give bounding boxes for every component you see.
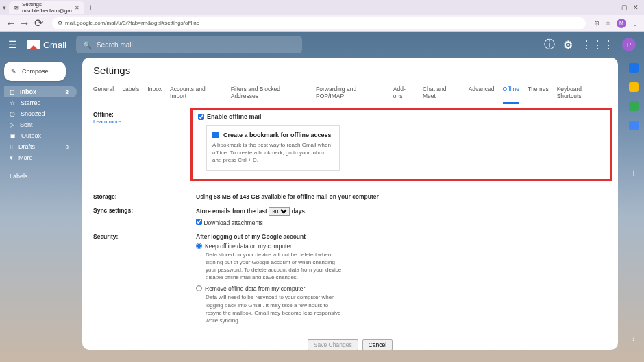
- offline-label: Offline:: [93, 111, 114, 118]
- clock-icon: ◷: [10, 110, 15, 117]
- tab-inbox[interactable]: Inbox: [147, 83, 162, 104]
- tab-addons[interactable]: Add-ons: [393, 83, 414, 104]
- forward-icon[interactable]: →: [19, 18, 30, 29]
- save-changes-button[interactable]: Save Changes: [308, 339, 358, 350]
- chrome-tabs-icon[interactable]: ▾: [3, 4, 6, 11]
- sync-label: Sync settings:: [93, 207, 196, 226]
- side-panel: + ›: [623, 58, 644, 350]
- url-text: mail.google.com/mail/u/0/?tab=rm&ogbl#se…: [65, 20, 199, 26]
- keep-data-label: Keep offline data on my computer: [205, 243, 292, 250]
- extension-icon[interactable]: ⊕: [594, 19, 599, 27]
- back-icon[interactable]: ←: [5, 18, 16, 29]
- compose-button[interactable]: ✎ Compose: [4, 62, 66, 81]
- gmail-logo[interactable]: Gmail: [27, 40, 66, 50]
- apps-grid-icon[interactable]: ⋮⋮⋮: [581, 38, 614, 51]
- tab-favicon: ✉: [14, 5, 19, 11]
- sidebar-item-starred[interactable]: ☆Starred: [4, 97, 77, 108]
- tab-chat[interactable]: Chat and Meet: [423, 83, 460, 104]
- account-avatar[interactable]: P: [622, 38, 636, 51]
- calendar-addon-icon[interactable]: [629, 63, 639, 73]
- keep-data-radio[interactable]: [196, 243, 202, 249]
- sidebar-item-drafts[interactable]: ▯Drafts3: [4, 141, 77, 152]
- tab-close-icon[interactable]: ✕: [75, 5, 79, 11]
- sidebar-item-more[interactable]: ▾More: [4, 152, 77, 163]
- new-tab-button[interactable]: +: [88, 3, 92, 12]
- window-controls: — ▢ ✕: [610, 4, 641, 11]
- tab-title: Settings - mschiefbedlam@gm: [22, 1, 72, 14]
- file-icon: ▯: [10, 143, 13, 150]
- outbox-icon: ▣: [10, 132, 16, 139]
- chrome-menu-icon[interactable]: ⋮: [632, 19, 639, 27]
- bookmark-title: Create a bookmark for offline access: [223, 132, 332, 138]
- tab-filters[interactable]: Filters and Blocked Addresses: [231, 83, 308, 104]
- compose-label: Compose: [22, 68, 49, 75]
- search-filter-icon[interactable]: ☰: [289, 41, 295, 49]
- security-heading: After logging out of my Google account: [196, 233, 306, 240]
- tab-accounts[interactable]: Accounts and Import: [170, 83, 223, 104]
- tab-forwarding[interactable]: Forwarding and POP/IMAP: [316, 83, 385, 104]
- close-icon[interactable]: ✕: [633, 4, 639, 11]
- tab-themes[interactable]: Themes: [528, 83, 549, 104]
- bookmark-text: A bookmark is the best way to reach Gmai…: [212, 141, 334, 165]
- send-icon: ▷: [10, 121, 14, 128]
- download-attachments-checkbox[interactable]: [196, 219, 202, 225]
- bookmark-star-icon[interactable]: ☆: [605, 19, 611, 27]
- sync-suffix: days.: [292, 208, 307, 215]
- remove-data-text: Data will need to be resynced to your co…: [206, 293, 343, 324]
- tab-offline[interactable]: Offline: [503, 83, 519, 104]
- remove-data-label: Remove offline data from my computer: [205, 285, 305, 292]
- enable-offline-checkbox[interactable]: [198, 114, 204, 120]
- keep-data-text: Data stored on your device will not be d…: [206, 251, 343, 282]
- browser-tab-bar: ▾ ✉ Settings - mschiefbedlam@gm ✕ + — ▢ …: [0, 0, 644, 15]
- browser-tab[interactable]: ✉ Settings - mschiefbedlam@gm ✕: [9, 1, 84, 14]
- star-icon: ☆: [10, 99, 15, 106]
- contacts-addon-icon[interactable]: [629, 121, 639, 130]
- learn-more-link[interactable]: Learn more: [93, 119, 121, 125]
- security-label: Security:: [93, 233, 196, 329]
- url-input[interactable]: ⚙ mail.google.com/mail/u/0/?tab=rm&ogbl#…: [52, 17, 586, 29]
- highlighted-region: Enable offline mail Create a bookmark fo…: [190, 108, 612, 181]
- remove-data-radio[interactable]: [196, 285, 202, 291]
- labels-header: Labels: [4, 169, 77, 184]
- hide-panel-icon[interactable]: ›: [632, 335, 634, 343]
- browser-url-bar: ← → ⟳ ⚙ mail.google.com/mail/u/0/?tab=rm…: [0, 15, 644, 32]
- sidebar: ✎ Compose ◻Inbox3 ☆Starred ◷Snoozed ▷Sen…: [0, 58, 77, 350]
- tab-labels[interactable]: Labels: [122, 83, 139, 104]
- tasks-addon-icon[interactable]: [629, 101, 639, 111]
- site-info-icon[interactable]: ⚙: [58, 20, 62, 26]
- tab-keyboard[interactable]: Keyboard Shortcuts: [557, 83, 607, 104]
- pencil-icon: ✎: [11, 68, 16, 75]
- cancel-button[interactable]: Cancel: [362, 339, 393, 350]
- settings-gear-icon[interactable]: ⚙: [563, 38, 573, 51]
- maximize-icon[interactable]: ▢: [621, 4, 628, 11]
- sync-prefix: Store emails from the last: [196, 208, 267, 215]
- app-name: Gmail: [43, 40, 66, 50]
- keep-addon-icon[interactable]: [629, 82, 639, 92]
- inbox-icon: ◻: [10, 88, 14, 95]
- minimize-icon[interactable]: —: [610, 4, 616, 11]
- enable-offline-label: Enable offline mail: [207, 113, 262, 120]
- storage-label: Storage:: [93, 193, 196, 200]
- get-addons-icon[interactable]: +: [631, 167, 636, 178]
- sidebar-item-outbox[interactable]: ▣Outbox: [4, 130, 77, 141]
- search-icon: 🔍: [83, 41, 91, 49]
- gmail-header: ☰ Gmail 🔍 Search mail ☰ ⓘ ⚙ ⋮⋮⋮ P: [0, 32, 644, 58]
- help-icon[interactable]: ⓘ: [544, 38, 555, 52]
- sidebar-item-snoozed[interactable]: ◷Snoozed: [4, 108, 77, 119]
- menu-icon[interactable]: ☰: [8, 39, 17, 50]
- sync-days-select[interactable]: 30: [269, 207, 290, 216]
- page-title: Settings: [82, 58, 618, 83]
- sidebar-item-sent[interactable]: ▷Sent: [4, 119, 77, 130]
- storage-text: Using 58 MB of 143 GB available for offl…: [196, 193, 379, 200]
- tab-general[interactable]: General: [93, 83, 114, 104]
- bookmark-icon: [212, 132, 219, 138]
- search-placeholder: Search mail: [97, 41, 133, 49]
- download-attachments-label: Download attachments: [203, 219, 262, 226]
- sidebar-item-inbox[interactable]: ◻Inbox3: [4, 86, 77, 97]
- bookmark-info-box: Create a bookmark for offline access A b…: [206, 125, 340, 171]
- tab-advanced[interactable]: Advanced: [469, 83, 495, 104]
- gmail-m-icon: [27, 40, 40, 49]
- profile-avatar[interactable]: M: [617, 19, 626, 28]
- search-box[interactable]: 🔍 Search mail ☰: [76, 36, 302, 53]
- reload-icon[interactable]: ⟳: [33, 18, 44, 29]
